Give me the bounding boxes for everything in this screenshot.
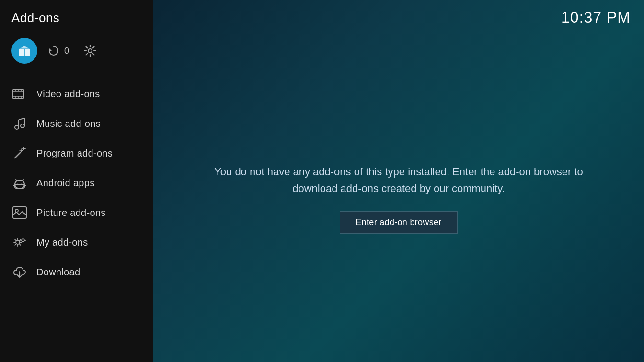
- sidebar-item-download[interactable]: Download: [0, 257, 153, 287]
- download-icon: [12, 264, 28, 280]
- svg-marker-1: [19, 46, 30, 49]
- svg-point-35: [15, 209, 18, 212]
- video-icon: [12, 86, 28, 102]
- sidebar-item-music-addons[interactable]: Music add-ons: [0, 109, 153, 138]
- refresh-count: 0: [64, 46, 69, 56]
- main-content: 10:37 PM You do not have any add-ons of …: [153, 0, 644, 362]
- svg-point-16: [21, 124, 24, 128]
- sidebar-item-label: Download: [36, 267, 80, 278]
- sidebar-item-label: Program add-ons: [36, 148, 113, 159]
- settings-icon[interactable]: [82, 43, 98, 58]
- sidebar-nav: Video add-ons Music add-ons: [0, 75, 153, 362]
- android-icon: [12, 175, 28, 191]
- refresh-button[interactable]: 0: [47, 44, 69, 57]
- topbar: 10:37 PM: [153, 0, 644, 35]
- time-display: 10:37 PM: [561, 9, 631, 26]
- sidebar-header: 0: [0, 33, 153, 75]
- sidebar-item-program-addons[interactable]: Program add-ons: [0, 138, 153, 168]
- page-title: Add-ons: [0, 0, 153, 33]
- svg-rect-34: [13, 207, 26, 218]
- enter-browser-button[interactable]: Enter add-on browser: [340, 211, 457, 234]
- svg-line-30: [16, 180, 17, 181]
- picture-icon: [12, 204, 28, 221]
- svg-point-15: [15, 125, 19, 129]
- svg-point-5: [88, 49, 92, 53]
- sidebar-item-label: My add-ons: [36, 237, 88, 248]
- sidebar-item-my-addons[interactable]: My add-ons: [0, 227, 153, 257]
- svg-line-19: [19, 118, 24, 120]
- sidebar-item-android-apps[interactable]: Android apps: [0, 168, 153, 198]
- sidebar-item-picture-addons[interactable]: Picture add-ons: [0, 198, 153, 227]
- sidebar-item-label: Music add-ons: [36, 118, 101, 129]
- program-icon: [12, 145, 28, 161]
- sidebar: Add-ons 0: [0, 0, 153, 362]
- empty-message: You do not have any add-ons of this type…: [212, 163, 586, 197]
- svg-line-20: [15, 152, 21, 158]
- addon-logo[interactable]: [12, 38, 37, 64]
- sidebar-item-label: Video add-ons: [36, 89, 100, 100]
- svg-point-37: [22, 239, 24, 242]
- svg-line-31: [22, 180, 23, 181]
- center-area: You do not have any add-ons of this type…: [153, 35, 644, 362]
- svg-marker-4: [49, 48, 52, 51]
- sidebar-item-label: Android apps: [36, 178, 94, 189]
- svg-point-36: [16, 240, 20, 244]
- music-icon: [12, 115, 28, 132]
- sidebar-item-label: Picture add-ons: [36, 207, 106, 218]
- my-addons-icon: [12, 234, 28, 250]
- refresh-icon: [47, 44, 60, 57]
- svg-point-29: [21, 184, 23, 185]
- svg-point-28: [17, 184, 19, 185]
- sidebar-item-video-addons[interactable]: Video add-ons: [0, 79, 153, 109]
